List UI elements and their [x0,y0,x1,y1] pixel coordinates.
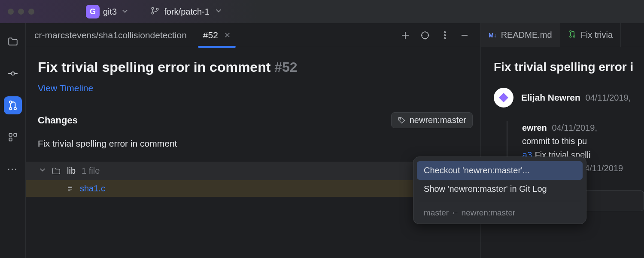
svg-point-12 [444,34,446,36]
add-button[interactable] [397,27,413,43]
minimize-window[interactable] [18,9,24,15]
author-entry: Elijah Newren 04/11/2019, [494,88,644,108]
navigation-rail: ··· [0,23,26,258]
svg-rect-8 [14,133,16,136]
window-controls[interactable] [8,9,34,15]
branch-tag-button[interactable]: newren:master [391,112,473,128]
breadcrumb[interactable]: cr-marcstevens/sha1collisiondetection [34,30,187,40]
svg-point-11 [444,31,446,33]
svg-point-0 [152,7,154,9]
nav-folder[interactable] [4,33,22,51]
file-count: 1 file [82,166,100,176]
svg-point-13 [444,37,446,39]
target-button[interactable] [417,27,433,43]
svg-point-6 [14,108,16,110]
chevron-down-icon [120,6,130,17]
svg-point-3 [11,72,15,75]
svg-point-14 [400,118,401,119]
file-name: sha1.c [80,184,105,194]
file-group-row[interactable]: lib 1 file [26,162,480,180]
timeline-pushed: commit to this pu [522,135,644,148]
tab-active[interactable]: #52 ✕ [200,23,234,47]
changes-heading: Changes [38,115,78,126]
menu-item-checkout[interactable]: Checkout 'newren:master'... [417,161,583,180]
svg-point-1 [152,12,154,14]
pr-number: #52 [274,59,297,75]
project-badge: G [86,5,100,18]
project-name: git3 [103,7,117,17]
pr-title: Fix trivial spelling error in comment #5… [38,59,473,75]
minimize-panel[interactable] [456,27,473,43]
tab-readme[interactable]: M↓ README.md [481,23,560,47]
svg-point-16 [570,36,571,37]
branch-icon [150,6,160,18]
project-selector[interactable]: G git3 [82,3,134,20]
titlebar: G git3 fork/patch-1 [0,0,644,23]
nav-pull-requests[interactable] [4,96,22,114]
svg-rect-9 [9,138,12,141]
right-title: Fix trivial spelling error i [494,60,644,74]
author-name: Elijah Newren [521,92,580,102]
chevron-down-icon [214,6,223,18]
changed-files: lib 1 file sha1.c [26,162,480,197]
tabstrip: cr-marcstevens/sha1collisiondetection #5… [26,23,480,47]
markdown-icon: M↓ [489,32,497,39]
branch-selector[interactable]: fork/patch-1 [150,6,223,18]
svg-point-10 [422,32,428,39]
file-icon [65,184,75,194]
timeline-date: 04/11/2019, [552,123,597,132]
branch-tag-label: newren:master [410,115,466,125]
menu-footer: master ← newren:master [417,204,583,219]
folder-name: lib [67,166,76,176]
main-panel: cr-marcstevens/sha1collisiondetection #5… [26,23,481,258]
menu-separator [419,201,581,201]
svg-point-17 [573,36,575,37]
svg-point-5 [9,108,11,110]
tab-pr-preview[interactable]: Fix trivia [560,23,621,47]
folder-icon [52,166,61,176]
close-window[interactable] [8,9,14,15]
nav-structure[interactable] [4,128,22,146]
tab-label: #52 [203,30,218,40]
maximize-window[interactable] [28,9,34,15]
svg-point-4 [9,101,11,103]
commit-message: Fix trivial spelling error in comment [38,138,473,149]
close-icon[interactable]: ✕ [224,31,231,40]
timeline-author: ewren [522,123,547,132]
right-tabs: M↓ README.md Fix trivia [481,23,644,47]
nav-commit[interactable] [4,64,22,83]
menu-item-show-log[interactable]: Show 'newren:master' in Git Log [417,180,583,198]
svg-point-15 [570,31,571,32]
tag-icon [398,116,406,125]
author-date: 04/11/2019, [586,93,631,102]
view-timeline-link[interactable]: View Timeline [38,83,93,93]
nav-more[interactable]: ··· [4,160,22,178]
context-menu: Checkout 'newren:master'... Show 'newren… [413,157,586,224]
kebab-menu[interactable] [437,27,453,43]
svg-point-2 [156,8,158,10]
avatar [494,88,513,108]
pr-content: Fix trivial spelling error in comment #5… [26,47,480,258]
svg-rect-7 [9,133,12,136]
branch-name: fork/patch-1 [164,7,210,17]
pull-request-icon [568,30,577,40]
chevron-down-icon [38,165,46,177]
file-row[interactable]: sha1.c [26,180,480,197]
